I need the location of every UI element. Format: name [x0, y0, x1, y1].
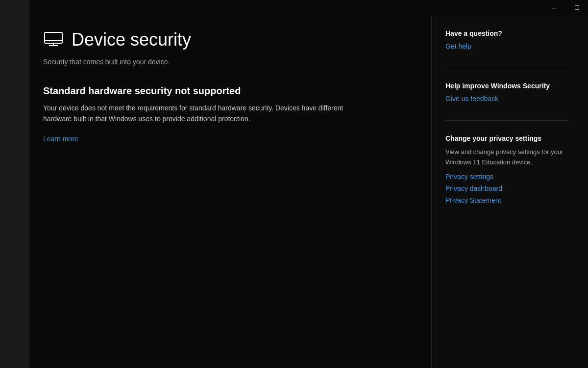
privacy-statement-link[interactable]: Privacy Statement — [445, 196, 568, 204]
privacy-section-title: Change your privacy settings — [445, 134, 568, 142]
alert-section: Standard hardware security not supported… — [43, 85, 412, 143]
main-content: Device security Security that comes buil… — [29, 16, 588, 368]
learn-more-link[interactable]: Learn more — [43, 135, 78, 143]
divider-2 — [445, 120, 568, 121]
improve-section: Help improve Windows Security Give us fe… — [445, 82, 568, 103]
page-title: Device security — [72, 29, 191, 50]
left-panel: Device security Security that comes buil… — [29, 16, 431, 368]
privacy-section-description: View and change privacy settings for you… — [445, 147, 568, 168]
divider-1 — [445, 68, 568, 68]
right-panel: Have a question? Get help Help improve W… — [431, 16, 588, 368]
minimize-button[interactable]: ─ — [543, 0, 565, 16]
privacy-section: Change your privacy settings View and ch… — [445, 134, 568, 204]
alert-description: Your device does not meet the requiremen… — [43, 103, 367, 125]
device-security-icon — [43, 29, 64, 50]
title-bar: ─ ☐ — [543, 0, 588, 16]
sidebar-nav — [0, 0, 29, 368]
page-subtitle: Security that comes built into your devi… — [43, 58, 412, 66]
question-section: Have a question? Get help — [445, 29, 568, 50]
maximize-button[interactable]: ☐ — [565, 0, 588, 16]
page-header: Device security — [43, 29, 412, 50]
improve-section-title: Help improve Windows Security — [445, 82, 568, 90]
privacy-dashboard-link[interactable]: Privacy dashboard — [445, 184, 568, 192]
get-help-link[interactable]: Get help — [445, 42, 568, 50]
alert-title: Standard hardware security not supported — [43, 85, 412, 97]
privacy-settings-link[interactable]: Privacy settings — [445, 173, 568, 181]
feedback-link[interactable]: Give us feedback — [445, 95, 568, 103]
svg-rect-0 — [45, 32, 62, 43]
question-section-title: Have a question? — [445, 29, 568, 37]
